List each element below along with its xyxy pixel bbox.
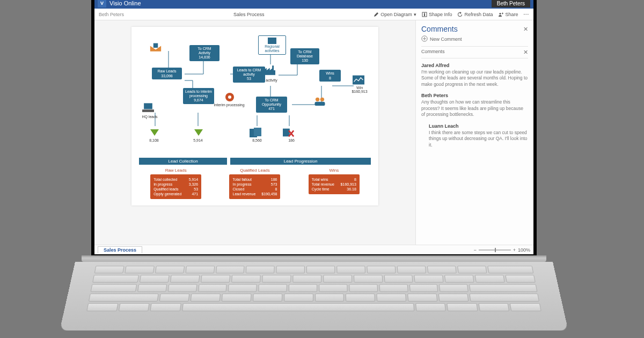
panel-c-value: 8,560 (246, 138, 268, 142)
visio-logo-icon: V (98, 0, 106, 8)
svg-rect-18 (283, 129, 290, 137)
refresh-icon (457, 12, 463, 17)
user-menu[interactable]: Beth Peters (492, 0, 530, 8)
comment-item-reply[interactable]: Luann Leach I think there are some steps… (429, 123, 528, 148)
refresh-data-button[interactable]: Refresh Data (457, 12, 493, 17)
panel-a-value: 8,108 (143, 138, 165, 142)
zoom-in-icon[interactable]: + (513, 247, 516, 253)
title-bar: V Visio Online Beth Peters (94, 0, 533, 9)
card-title-wins: Wins (309, 168, 360, 173)
factory-icon (264, 64, 275, 76)
plus-circle-icon (421, 35, 428, 43)
band-lead-collection: Lead Collection (139, 158, 227, 165)
card-title-raw: Raw Leads (150, 168, 201, 173)
diagram-page: HQ leads activity Interim processing (131, 27, 378, 205)
close-icon[interactable]: ✕ (523, 26, 528, 33)
comment-item[interactable]: Beth Peters Any thoughts on how we can s… (421, 93, 528, 117)
svg-rect-5 (144, 103, 152, 109)
win-label: Win $160,913 (347, 86, 372, 93)
svg-rect-7 (264, 70, 275, 75)
hq-leads-label: HQ leads (139, 115, 160, 119)
doc-x-icon (283, 127, 295, 138)
comments-title: Comments ✕ (421, 25, 528, 33)
panel-d-value: 186 (281, 138, 302, 142)
app-window: V Visio Online Beth Peters Beth Peters S… (94, 0, 533, 254)
computer-icon (142, 102, 154, 114)
svg-rect-2 (424, 13, 425, 14)
collapse-icon[interactable]: ✕ (523, 49, 528, 56)
node-raw-leads[interactable]: Raw Leads 33,098 (152, 68, 182, 79)
panel-b-value: 5,914 (187, 138, 209, 142)
breadcrumb[interactable]: Beth Peters (99, 12, 124, 17)
node-to-crm-activity[interactable]: To CRM Activity 14,836 (189, 45, 219, 61)
app-name: Visio Online (109, 0, 141, 6)
node-leads-to-crm-activity[interactable]: Leads to CRM activity 53 (233, 67, 265, 83)
svg-rect-15 (268, 38, 276, 44)
pencil-icon (374, 12, 379, 17)
open-diagram-button[interactable]: Open Diagram ▾ (374, 12, 416, 17)
zoom-out-icon[interactable]: − (473, 247, 476, 253)
card-qualified-leads[interactable]: Total fallout186 In progress573 Closed8 … (229, 174, 280, 199)
zoom-control[interactable]: − + 100% (473, 247, 530, 253)
people-icon (314, 95, 326, 107)
band-lead-progression: Lead Progression (230, 158, 371, 165)
share-button[interactable]: Share (498, 12, 518, 17)
document-title: Sales Process (124, 12, 374, 17)
svg-rect-6 (142, 109, 154, 112)
zoom-level: 100% (518, 247, 530, 253)
card-title-qualified: Qualified Leads (229, 168, 280, 173)
node-leads-to-interim[interactable]: Leads to interim processing 9,674 (183, 88, 214, 104)
info-icon (422, 12, 427, 17)
svg-rect-17 (254, 128, 261, 136)
shape-info-button[interactable]: Shape Info (422, 12, 452, 17)
comments-panel: Comments ✕ New Comment Comments ✕ (415, 20, 533, 245)
node-to-crm-opportunity[interactable]: To CRM Opportunity 471 (256, 97, 287, 113)
node-wins[interactable]: Wins 8 (319, 70, 341, 82)
command-bar: Beth Peters Sales Process Open Diagram ▾… (94, 9, 533, 20)
arrow-down-icon (193, 127, 204, 138)
comments-section-header: Comments ✕ (421, 46, 528, 58)
status-bar: Sales Process − + 100% (94, 245, 533, 254)
card-raw-leads[interactable]: Total collected5,914 In progress3,326 Qu… (150, 174, 201, 199)
svg-rect-1 (424, 14, 425, 16)
sheet-tab[interactable]: Sales Process (98, 246, 142, 253)
diagram-canvas[interactable]: HQ leads activity Interim processing (94, 20, 415, 245)
node-to-crm-database[interactable]: To CRM Database 130 (290, 48, 319, 64)
svg-rect-13 (314, 102, 325, 106)
new-comment-button[interactable]: New Comment (421, 33, 528, 46)
zoom-slider[interactable] (479, 249, 511, 251)
laptop-keyboard (60, 262, 568, 330)
comment-item[interactable]: Jared Alfred I'm working on cleaning up … (421, 63, 528, 87)
chart-icon (353, 74, 364, 86)
card-wins[interactable]: Total wins8 Total revenue$160,913 Cycle … (309, 174, 360, 194)
svg-rect-8 (272, 65, 274, 70)
more-button[interactable]: ··· (523, 12, 529, 17)
svg-point-3 (500, 12, 501, 14)
node-regional-activities[interactable]: Regional activities (258, 35, 286, 55)
svg-rect-4 (153, 43, 158, 48)
gear-icon (224, 91, 236, 103)
svg-point-10 (228, 95, 231, 99)
share-icon (498, 12, 503, 17)
inbox-icon (150, 42, 162, 54)
interim-processing-label: Interim processing (212, 103, 246, 107)
svg-point-11 (316, 98, 319, 101)
arrow-down-icon (149, 127, 160, 138)
svg-point-12 (320, 98, 324, 101)
doc-icon (250, 127, 261, 138)
